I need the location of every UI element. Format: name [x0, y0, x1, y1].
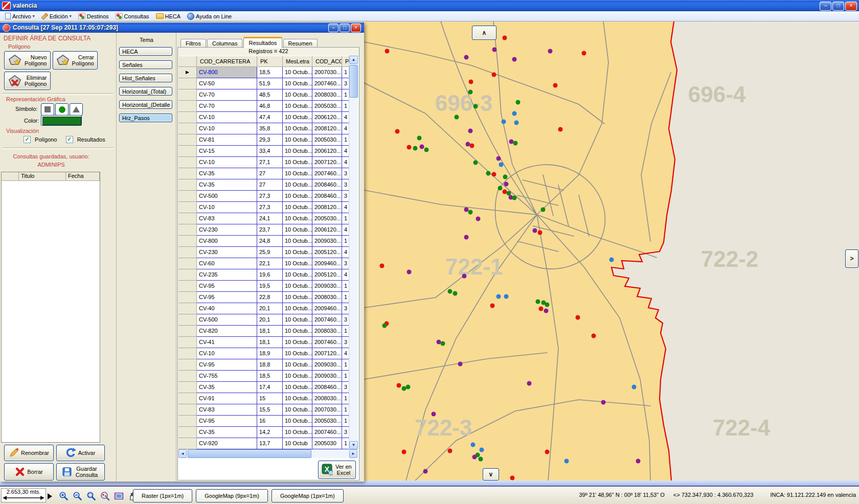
- row-selector[interactable]: [178, 157, 197, 168]
- row-selector[interactable]: [178, 146, 197, 157]
- map-point[interactable]: [492, 73, 496, 77]
- table-row[interactable]: CV-50020,110 Octub...2007460...3: [178, 314, 357, 326]
- tema-item-heca[interactable]: HECA: [119, 47, 172, 56]
- table-row[interactable]: CV-3514,210 Octub...2007460...3: [178, 427, 357, 438]
- table-row[interactable]: CV-4020,110 Octub...2009460...3: [178, 303, 357, 314]
- table-row[interactable]: CV-75518,510 Octub...2009030...1: [178, 371, 357, 382]
- menu-item-consultas[interactable]: Consultas: [114, 12, 153, 20]
- map-point[interactable]: [504, 294, 509, 299]
- column-header-cod-acci[interactable]: COD_ACCI: [312, 56, 342, 67]
- row-selector[interactable]: [178, 258, 197, 269]
- borrar-button[interactable]: Borrar: [4, 463, 54, 480]
- map-point[interactable]: [468, 210, 473, 215]
- map-point[interactable]: [479, 457, 483, 462]
- map-point[interactable]: [496, 156, 501, 161]
- dialog-minimize-button[interactable]: –: [328, 24, 338, 32]
- scroll-right-icon[interactable]: ►: [349, 449, 357, 458]
- map-point[interactable]: [402, 450, 406, 454]
- table-row[interactable]: CV-7048,510 Octub...2008030...1: [178, 89, 357, 101]
- row-selector[interactable]: [178, 348, 197, 359]
- row-selector[interactable]: [178, 371, 197, 382]
- map-point[interactable]: [407, 145, 412, 150]
- map-point[interactable]: [453, 291, 458, 296]
- map-point[interactable]: [464, 208, 469, 212]
- map-point[interactable]: [509, 140, 514, 144]
- dialog-close-button[interactable]: ×: [351, 24, 361, 32]
- map-point[interactable]: [492, 48, 497, 52]
- tab-columnas[interactable]: Columnas: [207, 39, 243, 48]
- horizontal-scrollbar[interactable]: ◄ ►: [178, 449, 357, 458]
- table-row[interactable]: CV-1027,110 Octub...2007120...4: [178, 157, 357, 168]
- row-selector[interactable]: [178, 78, 197, 89]
- cerrar-poligono-button[interactable]: Cerrar Polígono: [53, 51, 98, 70]
- video-icon[interactable]: [112, 490, 125, 502]
- map-point[interactable]: [402, 386, 406, 391]
- row-selector[interactable]: [178, 101, 197, 112]
- saved-list-date-column[interactable]: Fecha: [66, 172, 100, 180]
- table-row[interactable]: CV-352710 Octub...2007460...3: [178, 168, 357, 179]
- map-point[interactable]: [502, 120, 506, 124]
- table-row[interactable]: CV-7046,810 Octub...2005030...1: [178, 101, 357, 112]
- symbol-circle-button[interactable]: [55, 103, 69, 116]
- map-point[interactable]: [420, 145, 424, 149]
- row-selector[interactable]: [178, 416, 197, 427]
- map-point[interactable]: [458, 362, 463, 366]
- poligono-checkbox[interactable]: ✓: [24, 136, 31, 143]
- map-point[interactable]: [413, 146, 418, 151]
- symbol-triangle-button[interactable]: [70, 103, 83, 116]
- map-point[interactable]: [466, 142, 470, 147]
- map-point[interactable]: [545, 450, 550, 454]
- horizontal-scroll-thumb[interactable]: [188, 449, 311, 458]
- map-area[interactable]: 696-3696-4722-1722-2722-3722-4 ∧ > ∨: [364, 21, 859, 480]
- tema-item-hrz-pasos[interactable]: Hrz_Pasos: [119, 113, 172, 122]
- row-selector[interactable]: ▶: [178, 67, 197, 78]
- search-map-icon[interactable]: [99, 490, 111, 502]
- symbol-square-button[interactable]: [41, 103, 54, 116]
- map-point[interactable]: [382, 324, 387, 328]
- maximize-button[interactable]: □: [832, 2, 844, 11]
- row-selector[interactable]: [178, 224, 197, 236]
- map-point[interactable]: [476, 217, 481, 221]
- table-row[interactable]: CV-8315,510 Octub...2007030...1: [178, 404, 357, 416]
- row-selector[interactable]: [178, 427, 197, 438]
- map-point[interactable]: [533, 228, 537, 233]
- menu-item-heca[interactable]: HECA: [154, 13, 185, 20]
- map-point[interactable]: [516, 100, 521, 105]
- map-point[interactable]: [512, 196, 517, 200]
- nuevo-poligono-button[interactable]: Nuevo Polígono: [4, 51, 51, 70]
- vertical-scrollbar[interactable]: ▲ ▼: [349, 56, 358, 449]
- map-point[interactable]: [582, 51, 586, 56]
- basemap-button-googlemap-1px-1m[interactable]: GoogleMap (1px=1m): [272, 489, 344, 502]
- map-point[interactable]: [609, 258, 614, 262]
- table-row[interactable]: CV-5051,910 Octub...2007460...3: [178, 78, 357, 89]
- resultados-checkbox[interactable]: ✓: [66, 136, 73, 143]
- map-point[interactable]: [632, 385, 637, 390]
- table-row[interactable]: CV-1047,410 Octub...2006120...4: [178, 112, 357, 123]
- renombrar-button[interactable]: Renombrar: [4, 445, 54, 461]
- map-point[interactable]: [503, 36, 507, 40]
- zoom-in-icon[interactable]: [57, 490, 70, 502]
- map-point[interactable]: [512, 57, 517, 62]
- map-point[interactable]: [512, 111, 517, 116]
- map-point[interactable]: [538, 231, 542, 235]
- map-point[interactable]: [636, 459, 641, 464]
- map-point[interactable]: [464, 55, 469, 60]
- row-selector[interactable]: [178, 281, 197, 292]
- row-selector[interactable]: [178, 202, 197, 213]
- map-point[interactable]: [448, 289, 453, 294]
- scroll-left-icon[interactable]: ◄: [178, 449, 187, 458]
- map-point[interactable]: [441, 341, 445, 346]
- zoom-selection-icon[interactable]: [85, 490, 97, 502]
- basemap-button-googlemap-9px-1m[interactable]: GoogleMap (9px=1m): [196, 489, 268, 502]
- menu-item-destinos[interactable]: Destinos: [76, 12, 112, 20]
- map-point[interactable]: [513, 141, 518, 146]
- map-point[interactable]: [432, 412, 436, 417]
- row-selector[interactable]: [178, 134, 197, 146]
- map-point[interactable]: [480, 448, 484, 452]
- row-selector[interactable]: [178, 123, 197, 134]
- table-row[interactable]: CV-23519,610 Octub...2005120...4: [178, 269, 357, 281]
- dialog-titlebar[interactable]: Consulta [27 Sep 2011 17:05:07:293] – □ …: [0, 22, 364, 33]
- map-point[interactable]: [397, 383, 401, 388]
- row-selector[interactable]: [178, 191, 197, 202]
- table-row[interactable]: CV-3517,410 Octub...2008460...3: [178, 382, 357, 393]
